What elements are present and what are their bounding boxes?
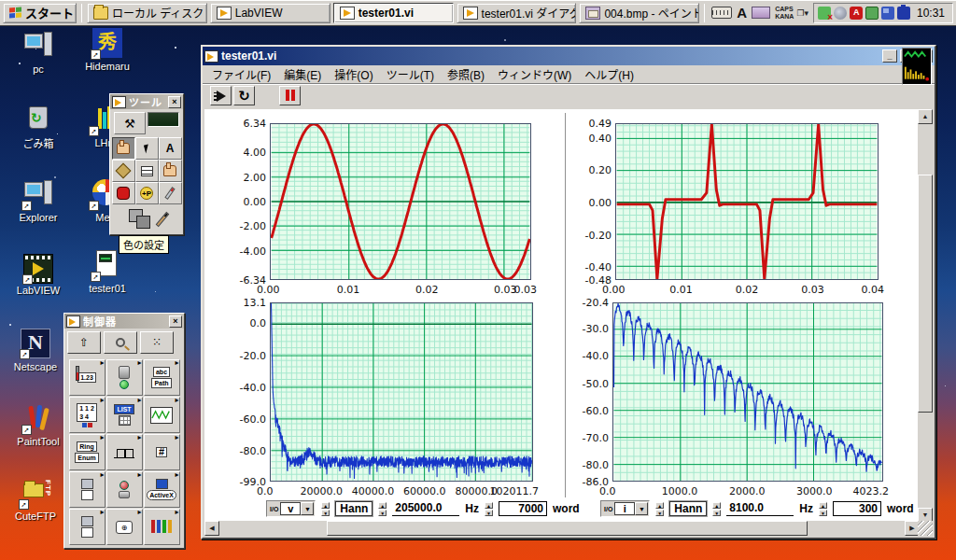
palette-classic[interactable] [106,471,143,508]
pause-button[interactable] [279,86,301,105]
desktop-icon-hidemaru[interactable]: 秀 Hidemaru [77,28,138,72]
channel-selector-left[interactable]: I/O v ▼ [266,500,316,517]
waveform-graph-1[interactable] [270,123,531,280]
palette-select-control[interactable] [69,509,105,545]
dropdown-icon[interactable]: ▼ [301,502,314,515]
brush-icon[interactable] [156,212,170,227]
tool-position-arrow[interactable] [135,137,159,160]
tool-probe[interactable]: +P [135,182,159,204]
sample-rate-left[interactable]: 205000.0 [392,501,459,516]
minimize-button[interactable]: _ [882,49,897,63]
vertical-scrollbar[interactable]: ▲ ▼ [918,109,933,523]
resize-grip[interactable] [918,521,933,536]
rate-spinner[interactable]: ▲▼ [378,502,387,516]
menu-tools[interactable]: ツール(T) [381,64,440,84]
scroll-up-icon[interactable]: ▲ [918,109,933,124]
network-icon[interactable] [881,7,894,20]
waveform-graph-3[interactable] [270,302,533,482]
vi-icon[interactable] [902,48,932,85]
start-button[interactable]: スタート [3,3,77,23]
palette-up-button[interactable]: ⇧ [67,331,101,354]
window-fn-spinner[interactable]: ▲▼ [655,502,664,516]
tool-scroll-hand[interactable] [159,160,182,182]
tool-get-color[interactable] [159,182,182,204]
dropdown-icon[interactable]: ▼ [635,502,648,515]
tools-palette-titlebar[interactable]: ツール × [110,94,183,109]
tool-wire[interactable] [112,160,135,182]
desktop-icon-explorer[interactable]: Explorer [7,179,69,223]
menu-edit[interactable]: 編集(E) [278,64,327,84]
palette-search-button[interactable] [104,331,137,354]
channel-selector-right[interactable]: I/O i ▼ [600,500,650,517]
taskbar-task-tester01[interactable]: tester01.vi [333,3,454,23]
waveform-graph-2[interactable] [615,123,879,280]
ime-indicator[interactable]: A [737,5,747,21]
tool-set-color[interactable] [129,209,153,230]
volume-icon[interactable] [834,7,847,20]
palette-boolean[interactable] [106,359,143,396]
menu-window[interactable]: ウィンドウ(W) [492,64,577,84]
horizontal-scroll-thumb[interactable] [327,521,808,536]
window-fn-spinner[interactable]: ▲▼ [321,502,330,516]
tool-auto-select[interactable]: ⚒ [114,112,146,134]
tool-operate-hand[interactable] [112,137,135,160]
close-icon[interactable]: × [168,96,181,108]
desktop-icon-recycle-bin[interactable]: ↻ ごみ箱 [7,103,69,150]
menu-help[interactable]: ヘルプ(H) [579,64,640,84]
taskbar-task-paint[interactable]: 004.bmp - ペイント [579,3,699,23]
run-continuous-button[interactable]: ↻ [233,86,255,105]
palette-io[interactable] [106,434,143,470]
battery-icon[interactable] [897,7,910,20]
vertical-scroll-thumb[interactable] [918,175,933,413]
scroll-left-icon[interactable]: ◀ [204,521,219,536]
taskbar-task-tester01-diagram[interactable]: tester01.vi ダイアグ... [457,3,577,23]
desktop-icon-tester01[interactable]: tester01 [77,250,138,294]
palette-array[interactable]: 1 1 23 4 [69,397,105,433]
caps-kana-indicator[interactable]: CAPSKANA ❐▾ [775,6,808,21]
desktop-icon-painttool[interactable]: PaintTool [7,403,69,447]
window-titlebar[interactable]: tester01.vi _ □ × [203,47,935,65]
chip-icon[interactable] [865,7,879,20]
rate-spinner[interactable]: ▲▼ [712,502,721,516]
palette-dialog[interactable]: ⊕ [106,509,143,545]
sample-rate-right[interactable]: 8100.0 [726,501,794,516]
taskbar-task-labview[interactable]: LabVIEW [210,3,330,23]
palette-refnum[interactable]: # [144,434,180,470]
keyboard-icon[interactable] [711,7,732,19]
samples-spinner[interactable]: ▲▼ [819,502,827,516]
desktop-icon-netscape[interactable]: N Netscape [5,329,66,372]
taskbar-task-local-disk[interactable]: ローカル ディスク (C:) [87,3,207,23]
window-function-left[interactable]: Hann [335,501,373,516]
palette-string-path[interactable]: abcPath [144,359,180,396]
palette-ring-enum[interactable]: RingEnum [69,434,105,470]
close-icon[interactable]: × [169,315,182,328]
channel-value[interactable]: i [614,502,635,515]
controls-palette-titlebar[interactable]: 制御器 × [64,314,184,329]
sample-count-right[interactable]: 300 [833,501,881,516]
ati-icon[interactable] [850,7,863,20]
samples-spinner[interactable]: ▲▼ [485,502,493,516]
tool-shortcut-menu[interactable] [135,160,159,182]
tool-breakpoint[interactable] [112,182,135,204]
horizontal-scrollbar[interactable]: ◀ ▶ [204,521,920,536]
channel-value[interactable]: v [280,502,301,515]
palette-user-controls[interactable] [144,509,180,545]
palette-list-table[interactable]: LIST [106,397,143,433]
waveform-graph-4[interactable] [612,302,883,482]
palette-activex[interactable]: ActiveX [144,471,180,508]
menu-file[interactable]: ファイル(F) [206,64,276,84]
run-button[interactable] [210,86,232,105]
window-function-right[interactable]: Hann [669,501,707,516]
desktop-icon-pc[interactable]: pc [7,31,69,75]
tool-edit-text[interactable]: A [159,137,182,160]
sample-count-left[interactable]: 7000 [499,501,547,516]
messenger-offline-icon[interactable] [818,7,831,20]
menu-browse[interactable]: 参照(B) [442,64,490,84]
palette-options-button[interactable]: ⁙ [140,331,174,354]
palette-decorations[interactable] [69,471,105,508]
palette-graph[interactable] [144,397,180,433]
ime-toolbox-icon[interactable] [752,7,770,19]
menu-operate[interactable]: 操作(O) [329,64,378,84]
palette-numeric[interactable]: 1.23 [69,359,105,396]
desktop-icon-cuteftp[interactable]: FTP CuteFTP [5,478,66,522]
